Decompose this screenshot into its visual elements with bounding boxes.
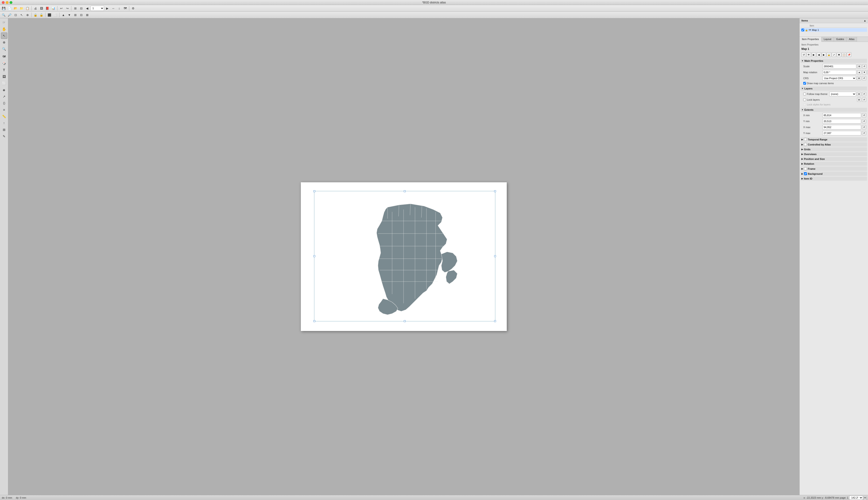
scale-reset-button[interactable]: ↺ (862, 64, 866, 68)
ymax-reset-button[interactable]: ↺ (862, 131, 866, 135)
add-map-tool[interactable]: 🗺 (1, 54, 7, 60)
pointer-tool[interactable]: ☞ (1, 19, 7, 26)
handle-bottom-left[interactable] (313, 320, 315, 322)
section-background[interactable]: ▶ Background (801, 172, 867, 176)
lock-item-icon[interactable]: 🔒 (826, 53, 831, 57)
add-legend-tool[interactable]: ≡ (1, 106, 7, 113)
ymin-reset-button[interactable]: ↺ (862, 119, 866, 123)
handle-bottom-center[interactable] (404, 320, 406, 322)
follow-map-theme-select[interactable]: (none) (829, 92, 856, 96)
zoom-height-button[interactable]: ↕ (116, 5, 122, 11)
close-button[interactable] (2, 1, 4, 4)
zoom-in-button[interactable]: 🔍 (1, 12, 7, 18)
draw-canvas-checkbox[interactable] (803, 82, 806, 84)
add-north-arrow-tool[interactable]: ↑ (1, 120, 7, 126)
maximize-button[interactable] (10, 1, 12, 4)
select-all-button[interactable]: ⊕ (25, 12, 30, 18)
edit-nodes-tool[interactable]: ✎ (1, 133, 7, 139)
raise-button[interactable]: ▲ (61, 12, 66, 18)
export-atlas-icon[interactable]: ▶ (811, 53, 816, 57)
add-image-tool[interactable]: 🖼 (1, 73, 7, 80)
export-image-button[interactable]: 🖼 (39, 5, 44, 11)
redo-button[interactable]: ↪ (65, 5, 70, 11)
section-frame[interactable]: ▶ Frame (801, 167, 867, 171)
atlas-preview-button[interactable]: 🗺 (122, 5, 128, 11)
handle-top-left[interactable] (313, 190, 315, 192)
prev-page-icon[interactable]: ◀ (816, 53, 821, 57)
ymax-input[interactable] (822, 131, 861, 135)
crs-set-button[interactable]: ⊞ (857, 76, 861, 80)
handle-top-center[interactable] (404, 190, 406, 192)
open-button[interactable]: 📂 (13, 5, 18, 11)
preview-icon[interactable]: 👁 (807, 53, 811, 57)
item-visibility-checkbox[interactable] (801, 29, 804, 31)
section-item-id[interactable]: ▶ Item ID (801, 177, 867, 181)
lock-layers-checkbox[interactable] (803, 98, 806, 101)
settings-button[interactable]: ⚙ (131, 5, 136, 11)
add-html-tool[interactable]: ⟨⟩ (1, 100, 7, 106)
ungroup-button[interactable]: ⬜ (53, 12, 58, 18)
items-panel-collapse[interactable]: ▲ (864, 19, 866, 22)
crs-reset-button[interactable]: ↺ (862, 76, 866, 80)
tab-item-properties[interactable]: Item Properties (800, 37, 822, 42)
controlled-atlas-checkbox[interactable] (804, 143, 807, 146)
zoom-next-button[interactable]: ▶ (104, 5, 110, 11)
canvas-area[interactable] (8, 18, 799, 495)
frame-checkbox[interactable] (804, 167, 807, 170)
paste-icon[interactable]: 📌 (847, 53, 851, 57)
theme-reset-button[interactable]: ↺ (862, 92, 866, 96)
section-overviews[interactable]: ▶ Overviews (801, 152, 867, 156)
add-shape-tool[interactable]: ⬜ (1, 80, 7, 87)
zoom-tool-side[interactable]: 🔍 (1, 46, 7, 52)
export-svg-button[interactable]: 📊 (50, 5, 56, 11)
handle-bottom-right[interactable] (494, 320, 496, 322)
zoom-page-button[interactable]: ⊟ (78, 5, 84, 11)
rotation-down-button[interactable]: ▼ (862, 70, 866, 74)
export-pdf-button[interactable]: 📕 (45, 5, 50, 11)
item-row-map1[interactable]: 🔒 🗺 Map 1 (801, 28, 867, 32)
pan-tool[interactable]: ✋ (1, 26, 7, 32)
xmin-input[interactable] (822, 113, 861, 117)
scale-set-button[interactable]: ⊞ (857, 64, 861, 68)
group-button[interactable]: ⬛ (47, 12, 52, 18)
add-scalebar-tool[interactable]: 📏 (1, 113, 7, 120)
add-arrow-tool[interactable]: ↗ (1, 93, 7, 100)
delete-icon[interactable]: ✖ (837, 53, 841, 57)
handle-top-right[interactable] (494, 190, 496, 192)
crs-select[interactable]: Use Project CRS (822, 76, 856, 80)
temporal-range-checkbox[interactable] (804, 138, 807, 141)
lock-layers-set-button[interactable]: ⊞ (857, 98, 861, 102)
save-button[interactable]: 💾 (1, 5, 7, 11)
new-button[interactable]: 📄 (7, 5, 12, 11)
align-center-button[interactable]: ⊟ (78, 12, 84, 18)
resize-icon[interactable]: ⤢ (832, 53, 836, 57)
tab-guides[interactable]: Guides (834, 37, 847, 42)
rotation-up-button[interactable]: ▲ (857, 70, 861, 74)
align-left-button[interactable]: ⊞ (72, 12, 78, 18)
section-layers[interactable]: ▼ Layers (801, 87, 867, 91)
zoom-all-button[interactable]: ⊡ (13, 12, 18, 18)
zoom-out-button[interactable]: 🔎 (7, 12, 12, 18)
refresh-icon[interactable]: ↺ (801, 53, 806, 57)
xmax-reset-button[interactable]: ↺ (862, 125, 866, 129)
section-position-size[interactable]: ▶ Position and Size (801, 157, 867, 161)
scale-input[interactable] (822, 64, 856, 69)
section-controlled-atlas[interactable]: ▶ Controlled by Atlas (801, 142, 867, 147)
open-folder-button[interactable]: 📁 (19, 5, 24, 11)
add-table-tool[interactable]: ⊞ (1, 126, 7, 133)
tab-atlas[interactable]: Atlas (846, 37, 857, 42)
zoom-prev-button[interactable]: ◀ (84, 5, 90, 11)
copy-icon[interactable]: 📋 (842, 53, 846, 57)
handle-middle-right[interactable] (494, 255, 496, 257)
section-grids[interactable]: ▶ Grids (801, 147, 867, 151)
zoom-width-button[interactable]: ↔ (111, 5, 116, 11)
theme-set-button[interactable]: ⊞ (857, 92, 861, 96)
section-rotation[interactable]: ▶ Rotation (801, 162, 867, 166)
zoom-level-select[interactable]: 142.2% (849, 496, 863, 500)
follow-map-theme-checkbox[interactable] (803, 93, 806, 95)
add-label-tool[interactable]: T (1, 67, 7, 73)
save-template-button[interactable]: 📋 (25, 5, 30, 11)
print-button[interactable]: 🖨 (33, 5, 38, 11)
section-temporal-range[interactable]: ▶ Temporal Range (801, 137, 867, 141)
map-frame[interactable] (314, 191, 495, 321)
